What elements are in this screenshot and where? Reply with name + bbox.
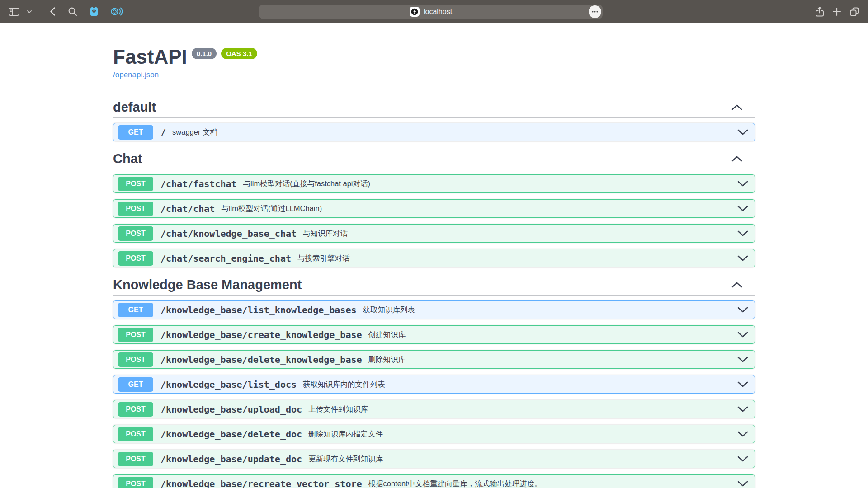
back-button[interactable] — [50, 7, 56, 16]
expand-operation-button[interactable] — [736, 479, 750, 488]
chevron-down-icon — [737, 456, 748, 462]
share-icon — [815, 6, 825, 17]
tab-overview-button[interactable] — [849, 6, 860, 17]
section-header[interactable]: Knowledge Base Management — [113, 274, 755, 296]
operation-path: /knowledge_base/delete_doc — [160, 429, 302, 440]
api-title: FastAPI — [113, 46, 187, 68]
expand-operation-button[interactable] — [736, 330, 750, 339]
api-sections: default GET / swagger 文档 Chat — [113, 97, 755, 488]
method-badge: POST — [118, 202, 153, 216]
chevron-down-icon — [737, 230, 748, 236]
method-badge: POST — [118, 328, 153, 342]
search-button[interactable] — [68, 7, 77, 16]
operation-path: /chat/fastchat — [160, 178, 237, 189]
expand-operation-button[interactable] — [736, 229, 750, 238]
operation-summary: 与llm模型对话(直接与fastchat api对话) — [243, 179, 370, 189]
chevron-down-icon — [737, 255, 748, 261]
operation-summary: swagger 文档 — [172, 127, 217, 137]
operation-path: /chat/search_engine_chat — [160, 253, 291, 264]
sidebar-toggle-button[interactable] — [8, 7, 20, 17]
toolbar-divider — [39, 8, 39, 16]
api-section: Chat POST /chat/fastchat 与llm模型对话(直接与fas… — [113, 148, 755, 267]
section-title: Chat — [113, 151, 142, 166]
chevron-up-icon — [731, 282, 742, 288]
share-button[interactable] — [815, 6, 825, 17]
site-favicon — [410, 7, 420, 17]
chevron-down-icon — [737, 481, 748, 487]
chevron-down-icon — [737, 307, 748, 313]
operation-path: /knowledge_base/create_knowledge_base — [160, 329, 362, 340]
expand-operation-button[interactable] — [736, 179, 750, 188]
back-icon — [50, 7, 56, 16]
plus-icon — [832, 7, 841, 16]
section-header[interactable]: default — [113, 97, 755, 118]
chevron-down-icon — [737, 431, 748, 437]
expand-operation-button[interactable] — [736, 305, 750, 314]
chevron-down-icon — [737, 181, 748, 187]
expand-operation-button[interactable] — [736, 127, 750, 137]
api-info: FastAPI 0.1.0 OAS 3.1 /openapi.json — [113, 46, 755, 80]
operation-row[interactable]: POST /knowledge_base/recreate_vector_sto… — [113, 474, 755, 488]
bookmark-extension-button[interactable] — [89, 6, 99, 17]
operation-summary: 上传文件到知识库 — [308, 404, 368, 414]
method-badge: GET — [118, 125, 153, 140]
ellipsis-icon — [591, 10, 599, 13]
operation-row[interactable]: POST /knowledge_base/delete_doc 删除知识库内指定… — [113, 425, 755, 443]
operation-row[interactable]: POST /knowledge_base/update_doc 更新现有文件到知… — [113, 450, 755, 468]
expand-operation-button[interactable] — [736, 404, 750, 414]
operation-row[interactable]: POST /knowledge_base/create_knowledge_ba… — [113, 325, 755, 344]
address-bar[interactable]: localhost — [259, 5, 603, 19]
radar-extension-button[interactable] — [110, 6, 123, 17]
method-badge: POST — [118, 177, 153, 191]
expand-operation-button[interactable] — [736, 204, 750, 213]
operation-row[interactable]: GET /knowledge_base/list_docs 获取知识库内的文件列… — [113, 375, 755, 394]
operation-row[interactable]: POST /chat/search_engine_chat 与搜索引擎对话 — [113, 249, 755, 267]
expand-operation-button[interactable] — [736, 429, 750, 439]
chevron-down-icon — [27, 9, 32, 14]
method-badge: POST — [118, 452, 153, 466]
chevron-down-icon — [737, 332, 748, 338]
toolbar-left-group — [0, 6, 123, 17]
section-header[interactable]: Chat — [113, 148, 755, 169]
operation-row[interactable]: GET / swagger 文档 — [113, 123, 755, 141]
operation-path: /chat/chat — [160, 203, 215, 214]
operation-row[interactable]: POST /chat/fastchat 与llm模型对话(直接与fastchat… — [113, 174, 755, 193]
chevron-down-icon — [737, 406, 748, 412]
new-tab-button[interactable] — [832, 7, 841, 16]
operation-summary: 与知识库对话 — [303, 229, 348, 239]
sidebar-toggle-icon — [8, 7, 20, 17]
expand-operation-button[interactable] — [736, 253, 750, 263]
toolbar-right-group — [815, 0, 860, 23]
method-badge: GET — [118, 377, 153, 392]
bookmark-extension-icon — [89, 6, 99, 17]
openapi-spec-link[interactable]: /openapi.json — [113, 70, 159, 80]
expand-operation-button[interactable] — [736, 454, 750, 464]
operation-path: /knowledge_base/list_docs — [160, 379, 297, 390]
tab-group-chevron-button[interactable] — [27, 9, 32, 14]
expand-operation-button[interactable] — [736, 355, 750, 364]
chevron-down-icon — [737, 206, 748, 211]
operation-path: /knowledge_base/recreate_vector_store — [160, 479, 362, 488]
operation-path: /chat/knowledge_base_chat — [160, 228, 297, 239]
search-icon — [68, 7, 77, 16]
expand-operation-button[interactable] — [736, 380, 750, 389]
operation-row[interactable]: POST /knowledge_base/upload_doc 上传文件到知识库 — [113, 400, 755, 418]
operation-row[interactable]: POST /knowledge_base/delete_knowledge_ba… — [113, 350, 755, 369]
method-badge: POST — [118, 477, 153, 488]
operation-row[interactable]: GET /knowledge_base/list_knowledge_bases… — [113, 300, 755, 319]
api-title-row: FastAPI 0.1.0 OAS 3.1 — [113, 46, 755, 68]
operation-row[interactable]: POST /chat/knowledge_base_chat 与知识库对话 — [113, 224, 755, 243]
collapse-section-button[interactable] — [730, 280, 744, 290]
operation-row[interactable]: POST /chat/chat 与llm模型对话(通过LLMChain) — [113, 199, 755, 218]
operation-path: /knowledge_base/delete_knowledge_base — [160, 354, 362, 365]
page-options-button[interactable] — [589, 5, 601, 18]
method-badge: POST — [118, 251, 153, 266]
collapse-section-button[interactable] — [730, 103, 744, 112]
method-badge: POST — [118, 427, 153, 441]
chevron-down-icon — [737, 381, 748, 387]
operation-list: POST /chat/fastchat 与llm模型对话(直接与fastchat… — [113, 169, 755, 267]
address-text: localhost — [424, 8, 452, 16]
collapse-section-button[interactable] — [730, 154, 744, 164]
oas-badge: OAS 3.1 — [221, 48, 257, 59]
swagger-page: FastAPI 0.1.0 OAS 3.1 /openapi.json defa… — [113, 23, 755, 488]
